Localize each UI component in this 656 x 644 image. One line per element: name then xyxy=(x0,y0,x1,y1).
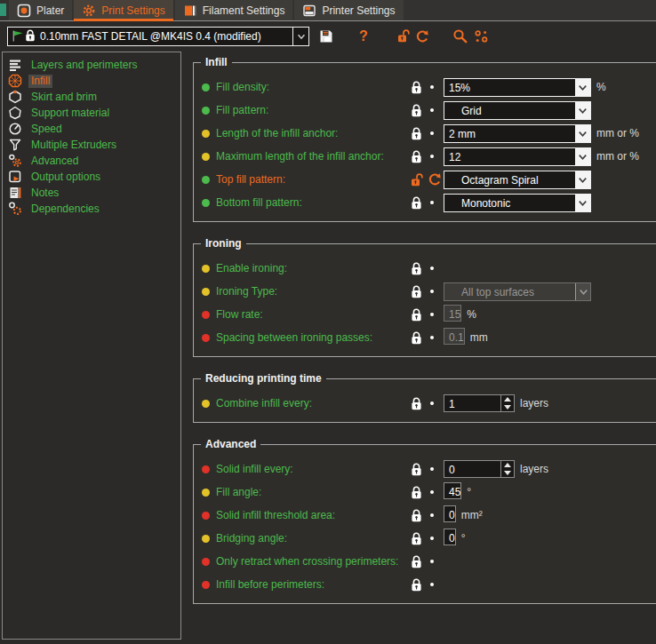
sidebar-item-speed[interactable]: Speed xyxy=(3,121,180,137)
setting-row-enable-ironing: Enable ironing: xyxy=(194,257,656,280)
sidebar-item-output-options[interactable]: Output options xyxy=(3,169,180,185)
sidebar-item-notes[interactable]: Notes xyxy=(3,185,180,201)
sync-dot xyxy=(430,402,434,405)
undo-icon[interactable] xyxy=(414,28,430,44)
sync-dot xyxy=(430,336,434,339)
undo-icon[interactable] xyxy=(428,172,442,187)
combo-dropdown-button[interactable] xyxy=(575,195,590,211)
option-unit: layers xyxy=(520,397,548,409)
preset-combobox[interactable]: 0.10mm FAST DETAIL @MK4IS 0.4 (modified) xyxy=(7,27,309,46)
sidebar-item-multiple-extruders[interactable]: Multiple Extruders xyxy=(3,137,180,153)
search-icon[interactable] xyxy=(452,28,468,44)
setting-row-infill-before-perimeters: Infill before perimeters: xyxy=(194,573,656,596)
combo-dropdown-button[interactable] xyxy=(575,79,590,96)
sidebar-item-label: Support material xyxy=(28,107,112,120)
chevron-down-dark-icon xyxy=(577,174,588,186)
save-preset-icon[interactable] xyxy=(318,28,334,44)
skirt-icon xyxy=(8,90,22,104)
group-title: Reducing printing time xyxy=(201,372,326,386)
sidebar-item-infill[interactable]: Infill xyxy=(3,73,180,89)
lock-icon[interactable] xyxy=(411,578,422,592)
support-icon xyxy=(8,106,22,120)
combo-top-fill-pattern[interactable]: Octagram Spiral xyxy=(444,171,591,189)
sidebar-item-dependencies[interactable]: Dependencies xyxy=(3,201,180,217)
spinner-buttons xyxy=(500,461,514,477)
tab-filament-settings[interactable]: Filament Settings xyxy=(175,0,293,20)
combo-value: 15% xyxy=(444,79,575,96)
spin-up-button[interactable] xyxy=(501,395,514,403)
combo-bottom-fill-pattern[interactable]: Monotonic xyxy=(444,194,591,212)
dependencies-icon xyxy=(8,202,22,216)
sidebar-item-skirt-and-brim[interactable]: Skirt and brim xyxy=(3,89,180,105)
combo-dropdown-button[interactable] xyxy=(575,283,590,300)
option-status-bullet xyxy=(202,130,210,138)
window-corner-accent xyxy=(0,4,6,16)
lock-icon[interactable] xyxy=(411,486,422,499)
combo-ironing-type[interactable]: All top surfaces xyxy=(444,282,591,301)
spinner-combine-infill-every[interactable]: 1 xyxy=(444,394,515,412)
tab-printer-settings[interactable]: Printer Settings xyxy=(294,0,403,20)
input-solid-infill-threshold-area[interactable]: 0 xyxy=(444,505,456,522)
tab-print-settings[interactable]: Print Settings xyxy=(74,0,172,20)
sidebar-item-support-material[interactable]: Support material xyxy=(3,105,180,121)
lock-icon[interactable] xyxy=(411,127,422,140)
lock-icon[interactable] xyxy=(411,397,422,410)
lock-icon[interactable] xyxy=(411,509,422,522)
combo-dropdown-button[interactable] xyxy=(575,102,590,119)
spinner-value[interactable]: 0 xyxy=(444,461,500,477)
combo-dropdown-button[interactable] xyxy=(575,171,590,188)
settings-panel: Infill Fill density: 15% % Fill pattern:… xyxy=(181,50,656,644)
spinner-solid-infill-every[interactable]: 0 xyxy=(444,460,515,478)
sync-dot xyxy=(430,108,434,112)
spin-down-button[interactable] xyxy=(501,469,514,477)
combo-dropdown-button[interactable] xyxy=(575,148,590,165)
combo-length-of-the-infill-anchor[interactable]: 2 mm xyxy=(444,124,591,143)
combo-value: 12 xyxy=(444,148,575,165)
option-status-bullet xyxy=(202,334,210,342)
sidebar-item-layers-and-perimeters[interactable]: Layers and perimeters xyxy=(3,57,180,73)
sidebar-item-label: Output options xyxy=(28,171,103,184)
lock-icon[interactable] xyxy=(411,196,422,210)
lock-icon[interactable] xyxy=(411,285,422,298)
setting-row-solid-infill-threshold-area: Solid infill threshold area: 0 mm² xyxy=(194,504,656,527)
lock-icon[interactable] xyxy=(411,463,422,476)
spinner-value[interactable]: 1 xyxy=(444,395,500,411)
unlock-icon[interactable] xyxy=(411,173,425,187)
sidebar-item-label: Notes xyxy=(28,187,61,200)
sync-dot xyxy=(430,583,434,586)
extruders-icon xyxy=(8,138,22,152)
combo-value: Octagram Spiral xyxy=(444,171,575,188)
lock-icon[interactable] xyxy=(411,331,422,345)
tab-plater[interactable]: Plater xyxy=(9,0,72,20)
sidebar-item-label: Dependencies xyxy=(28,203,102,216)
compare-presets-icon[interactable] xyxy=(473,28,489,44)
combo-fill-density[interactable]: 15% xyxy=(444,78,591,97)
combo-fill-pattern[interactable]: Grid xyxy=(444,101,591,120)
lock-icon[interactable] xyxy=(411,532,422,545)
lock-icon[interactable] xyxy=(411,104,422,117)
lock-icon[interactable] xyxy=(411,262,422,275)
option-label: Bridging angle: xyxy=(216,533,405,545)
preset-dropdown-button[interactable] xyxy=(292,28,308,45)
sidebar-item-advanced[interactable]: Advanced xyxy=(3,153,180,169)
combo-maximum-length-of-the-infill-anchor[interactable]: 12 xyxy=(444,147,591,166)
group-infill: Infill Fill density: 15% % Fill pattern:… xyxy=(193,62,656,222)
spin-down-button[interactable] xyxy=(501,403,514,411)
preset-name: 0.10mm FAST DETAIL @MK4IS 0.4 (modified) xyxy=(40,30,292,43)
combo-dropdown-button[interactable] xyxy=(575,125,590,142)
sync-dot xyxy=(430,513,434,517)
spin-up-button[interactable] xyxy=(501,461,514,469)
option-unit: ° xyxy=(467,486,471,498)
input-bridging-angle[interactable]: 0 xyxy=(444,529,456,545)
sync-dot xyxy=(430,131,434,135)
lock-icon[interactable] xyxy=(411,81,422,94)
unlock-icon[interactable] xyxy=(396,28,412,44)
tab-label: Print Settings xyxy=(101,4,164,17)
lock-icon[interactable] xyxy=(411,150,422,163)
lock-icon[interactable] xyxy=(411,555,422,568)
help-icon[interactable]: ? xyxy=(357,28,370,44)
lock-icon[interactable] xyxy=(411,308,422,322)
sidebar-item-label: Skirt and brim xyxy=(28,91,100,104)
plater-icon xyxy=(17,4,31,18)
input-fill-angle[interactable]: 45 xyxy=(444,482,461,499)
